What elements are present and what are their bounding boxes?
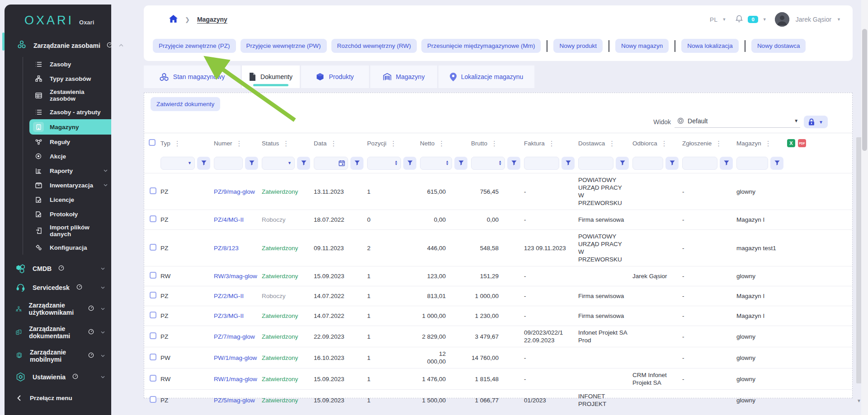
select-all-checkbox[interactable] bbox=[149, 139, 156, 146]
new-product-button[interactable]: Nowy produkt bbox=[553, 39, 603, 53]
breadcrumb-current[interactable]: Magazyny bbox=[197, 16, 227, 23]
chevron-down-icon[interactable] bbox=[101, 267, 105, 270]
chevron-down-icon[interactable] bbox=[104, 169, 108, 172]
approve-documents-button[interactable]: Zatwierdź dokumenty bbox=[151, 97, 220, 111]
filter-netto-stepper[interactable]: ▲▼ bbox=[420, 157, 452, 170]
document-number-link[interactable]: RW/1/mag-glow bbox=[214, 376, 257, 382]
document-number-link[interactable]: PZ/8/123 bbox=[214, 245, 239, 252]
row-checkbox[interactable] bbox=[150, 354, 156, 360]
table-row[interactable]: PW PW/1/mag-glow Zatwierdzony 16.10.2023… bbox=[144, 347, 852, 368]
chevron-down-icon[interactable]: ▼ bbox=[837, 17, 841, 22]
table-row[interactable]: PZ PZ/8/123 Zatwierdzony 09.11.2023 2 44… bbox=[144, 229, 852, 266]
column-menu-icon[interactable]: ⋮ bbox=[330, 140, 337, 147]
chevron-down-icon[interactable] bbox=[101, 308, 105, 310]
sidebar-module-users[interactable]: Zarządzanie użytkownikami bbox=[5, 297, 111, 321]
export-excel-icon[interactable]: X bbox=[787, 139, 795, 147]
filter-zgloszenie-input[interactable] bbox=[682, 157, 717, 170]
filter-funnel-button[interactable] bbox=[561, 157, 575, 170]
page-scrollbar-thumb[interactable] bbox=[862, 29, 867, 151]
document-number-link[interactable]: PZ/2/MG-II bbox=[214, 293, 244, 299]
tab-stan-magazynowy[interactable]: Stan magazynowy bbox=[144, 65, 241, 88]
chevron-down-icon[interactable] bbox=[101, 331, 105, 334]
document-number-link[interactable]: PZ/3/MG-II bbox=[214, 312, 244, 319]
column-menu-icon[interactable]: ⋮ bbox=[236, 140, 243, 147]
filter-numer-input[interactable] bbox=[214, 157, 243, 170]
document-number-link[interactable]: PZ/4/MG-II bbox=[214, 216, 244, 223]
tab-dokumenty[interactable]: Dokumenty bbox=[242, 65, 300, 88]
sidebar-item-import-plikow[interactable]: Import plików danych bbox=[23, 221, 111, 240]
sidebar-item-typy-zasobow[interactable]: Typy zasobów bbox=[23, 71, 111, 86]
table-row[interactable]: PZ PZ/9/mag-glow Zatwierdzony 13.11.2023… bbox=[144, 173, 852, 210]
sidebar-item-licencje[interactable]: Licencje bbox=[23, 192, 111, 207]
view-select[interactable]: Default ▼ bbox=[675, 117, 800, 128]
transfer-button[interactable]: Przesunięcie międzymagazynowe (Mm) bbox=[421, 39, 541, 53]
document-number-link[interactable]: PZ/5/mag-glow bbox=[214, 397, 255, 404]
sidebar-item-inwentaryzacja[interactable]: Inwentaryzacja bbox=[23, 178, 111, 192]
sidebar-item-zasoby[interactable]: Zasoby bbox=[23, 57, 111, 71]
column-menu-icon[interactable]: ⋮ bbox=[609, 140, 615, 147]
chevron-down-icon[interactable]: ▼ bbox=[763, 17, 767, 22]
new-supplier-button[interactable]: Nowy dostawca bbox=[751, 39, 806, 53]
column-menu-icon[interactable]: ⋮ bbox=[715, 140, 722, 147]
chevron-up-icon[interactable] bbox=[119, 44, 123, 47]
chevron-down-icon[interactable] bbox=[101, 354, 105, 357]
table-row[interactable]: PZ PZ/3/MG-II Zatwierdzony 14.07.2022 1 … bbox=[144, 306, 852, 326]
sidebar-item-konfiguracja[interactable]: Konfiguracja bbox=[23, 240, 111, 255]
sidebar-module-documents[interactable]: Zarządzanie dokumentami bbox=[5, 321, 111, 344]
avatar[interactable] bbox=[775, 12, 789, 27]
menu-toggle[interactable]: Przełącz menu bbox=[5, 387, 111, 406]
sidebar-item-zestawienia[interactable]: Zestawienia zasobów bbox=[23, 86, 111, 105]
sidebar-item-protokoly[interactable]: Protokoły bbox=[23, 207, 111, 221]
filter-funnel-button[interactable] bbox=[245, 157, 258, 170]
sidebar-module-settings[interactable]: Ustawienia bbox=[5, 368, 111, 387]
column-menu-icon[interactable]: ⋮ bbox=[438, 140, 445, 147]
chevron-down-icon[interactable]: ▼ bbox=[722, 17, 726, 22]
filter-faktura-input[interactable] bbox=[524, 157, 559, 170]
filter-pozycji-stepper[interactable]: ▲▼ bbox=[367, 157, 401, 170]
sidebar-item-akcje[interactable]: Akcje bbox=[23, 149, 111, 163]
sidebar-section-asset-management[interactable]: Zarządzanie zasobami bbox=[5, 28, 111, 51]
filter-funnel-button[interactable] bbox=[665, 157, 679, 170]
row-checkbox[interactable] bbox=[150, 396, 156, 403]
tab-lokalizacje[interactable]: Lokalizacje magazynu bbox=[439, 65, 534, 88]
column-menu-icon[interactable]: ⋮ bbox=[548, 140, 555, 147]
receipt-external-button[interactable]: Przyjęcie zewnętrzne (PZ) bbox=[153, 39, 236, 53]
sidebar-item-raporty[interactable]: Raporty bbox=[23, 163, 111, 178]
tab-magazyny[interactable]: Magazyny bbox=[370, 65, 437, 88]
tab-produkty[interactable]: Produkty bbox=[301, 65, 369, 88]
sidebar-module-mobile[interactable]: Zarządzanie mobilnymi bbox=[5, 344, 111, 368]
filter-funnel-button[interactable] bbox=[197, 157, 210, 170]
table-row[interactable]: RW RW/1/mag-glow Zatwierdzony 15.09.2023… bbox=[144, 368, 852, 389]
filter-funnel-button[interactable] bbox=[507, 157, 520, 170]
table-row[interactable]: PZ PZ/7/mag-glow Zatwierdzony 22.09.2023… bbox=[144, 326, 852, 347]
sidebar-item-magazyny[interactable]: Magazyny bbox=[23, 119, 111, 135]
filter-funnel-button[interactable] bbox=[350, 157, 363, 170]
sidebar-item-reguly[interactable]: Reguły bbox=[23, 135, 111, 149]
new-warehouse-button[interactable]: Nowy magazyn bbox=[615, 39, 669, 53]
row-checkbox[interactable] bbox=[150, 215, 156, 222]
language-selector[interactable]: PL bbox=[710, 16, 718, 23]
sidebar-module-servicedesk[interactable]: Servicedesk bbox=[5, 278, 111, 297]
page-scrollbar[interactable] bbox=[861, 0, 868, 415]
column-menu-icon[interactable]: ⋮ bbox=[661, 140, 668, 147]
chevron-down-icon[interactable] bbox=[104, 184, 108, 187]
export-pdf-icon[interactable]: PDF bbox=[798, 139, 806, 147]
sidebar-module-cmdb[interactable]: CMDB bbox=[5, 259, 111, 278]
row-checkbox[interactable] bbox=[150, 375, 156, 382]
row-checkbox[interactable] bbox=[150, 272, 156, 279]
issue-internal-button[interactable]: Rozchód wewnętrzny (RW) bbox=[331, 39, 417, 53]
user-name[interactable]: Jarek Gąsior bbox=[796, 16, 831, 23]
filter-odbiorca-input[interactable] bbox=[632, 157, 663, 170]
document-number-link[interactable]: PW/1/mag-glow bbox=[214, 354, 257, 361]
filter-brutto-stepper[interactable]: ▲▼ bbox=[471, 157, 505, 170]
filter-magazyn-input[interactable] bbox=[736, 157, 768, 170]
column-menu-icon[interactable]: ⋮ bbox=[491, 140, 498, 147]
chevron-down-icon[interactable] bbox=[101, 376, 105, 378]
filter-typ-select[interactable]: ▼ bbox=[160, 157, 195, 170]
document-number-link[interactable]: RW/3/mag-glow bbox=[214, 273, 257, 280]
sidebar-item-zasoby-atrybuty[interactable]: Zasoby - atrybuty bbox=[23, 105, 111, 119]
filter-funnel-button[interactable] bbox=[403, 157, 416, 170]
filter-dostawca-input[interactable] bbox=[578, 157, 613, 170]
table-row[interactable]: PZ PZ/4/MG-II Roboczy 18.07.2022 0 0,00 … bbox=[144, 210, 852, 229]
scroll-down-arrow-icon[interactable]: ▼ bbox=[857, 398, 861, 403]
